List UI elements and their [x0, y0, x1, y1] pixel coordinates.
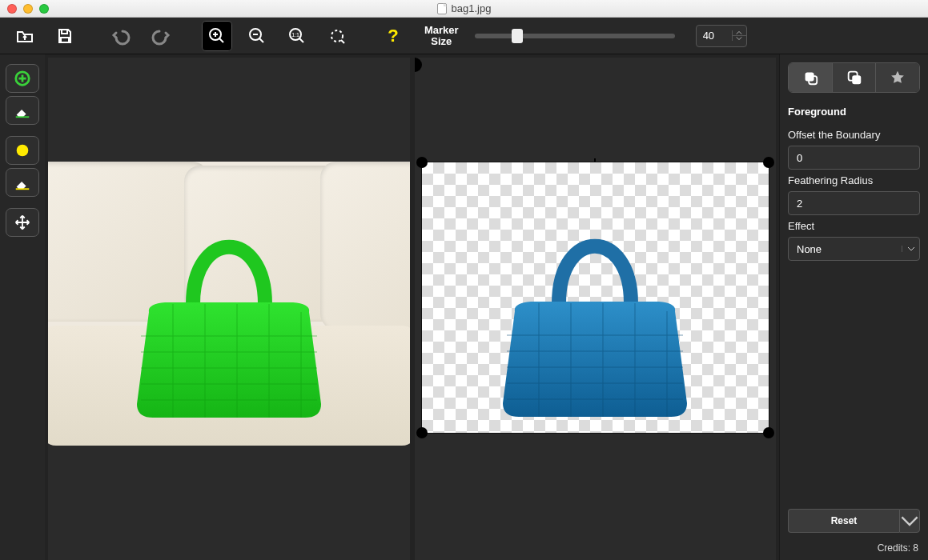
zoom-in-button[interactable]: [202, 21, 232, 51]
crop-handle-bottom-left[interactable]: [416, 427, 428, 438]
left-toolbar: [0, 54, 45, 560]
settings-panel: Foreground Offset the Boundary Featherin…: [779, 54, 928, 560]
preview-panel[interactable]: [415, 58, 777, 560]
help-button[interactable]: ?: [378, 21, 408, 51]
feather-label: Feathering Radius: [788, 174, 920, 186]
crop-handle-top-right[interactable]: [763, 157, 774, 168]
offset-label: Offset the Boundary: [788, 129, 920, 141]
feather-field: [788, 191, 920, 215]
redo-button[interactable]: [146, 21, 176, 51]
mark-background-tool[interactable]: [6, 136, 39, 165]
marker-size-input[interactable]: [697, 30, 732, 42]
marker-size-step-down[interactable]: [733, 36, 746, 41]
marker-size-label: Marker Size: [424, 25, 459, 47]
source-bag-overlay: [125, 184, 333, 424]
undo-button[interactable]: [106, 21, 136, 51]
credits-value: 8: [913, 542, 918, 554]
erase-foreground-tool[interactable]: [6, 96, 39, 125]
effect-value: None: [789, 243, 902, 255]
effect-field[interactable]: None: [788, 237, 920, 261]
svg-text:1:1: 1:1: [291, 32, 299, 38]
svg-rect-9: [16, 188, 30, 190]
zoom-actual-size-button[interactable]: 1:1: [282, 21, 312, 51]
cutout-bag: [491, 183, 699, 423]
save-file-button[interactable]: [50, 21, 80, 51]
marker-size-slider-wrap: [475, 34, 675, 38]
app-body: Foreground Offset the Boundary Featherin…: [0, 54, 928, 560]
effect-dropdown-toggle[interactable]: [902, 246, 919, 252]
svg-rect-13: [852, 75, 861, 84]
minimize-window-button[interactable]: [23, 4, 33, 14]
zoom-out-button[interactable]: [242, 21, 272, 51]
erase-background-tool[interactable]: [6, 168, 39, 197]
marker-size-spinner: [732, 30, 746, 41]
tab-favorites[interactable]: [876, 63, 919, 92]
effect-label: Effect: [788, 220, 920, 232]
credits-label: Credits:: [878, 542, 910, 554]
close-window-button[interactable]: [7, 4, 17, 14]
reset-button[interactable]: Reset: [788, 509, 899, 533]
source-panel[interactable]: [48, 58, 410, 560]
open-file-button[interactable]: [10, 21, 40, 51]
offset-field: [788, 146, 920, 170]
tab-background[interactable]: [833, 63, 877, 92]
svg-point-4: [331, 30, 343, 42]
preview-canvas[interactable]: [421, 162, 770, 434]
offset-input[interactable]: [789, 152, 928, 164]
credits-status: Credits: 8: [788, 539, 920, 560]
reset-menu-toggle[interactable]: [899, 509, 920, 533]
svg-text:?: ?: [388, 26, 398, 46]
crop-handle-top-left[interactable]: [416, 157, 428, 168]
zoom-fit-button[interactable]: [322, 21, 352, 51]
window-filename: bag1.jpg: [452, 2, 492, 14]
zoom-window-button[interactable]: [39, 4, 49, 14]
marker-size-step-up[interactable]: [733, 30, 746, 36]
marker-size-slider[interactable]: [475, 34, 675, 38]
marker-size-field: [696, 25, 747, 47]
source-canvas[interactable]: [48, 162, 410, 434]
reset-row: Reset: [788, 509, 920, 533]
workspace: [45, 54, 779, 560]
svg-rect-7: [16, 116, 30, 118]
window-titlebar: bag1.jpg: [0, 0, 928, 18]
window-title: bag1.jpg: [0, 2, 928, 14]
move-tool[interactable]: [6, 208, 39, 237]
traffic-lights: [0, 4, 49, 14]
add-foreground-tool[interactable]: [6, 64, 39, 93]
feather-input[interactable]: [789, 198, 928, 210]
section-title: Foreground: [788, 106, 920, 118]
crop-handle-bottom-right[interactable]: [763, 427, 774, 438]
tab-foreground[interactable]: [789, 63, 833, 92]
top-toolbar: 1:1 ? Marker Size: [0, 18, 928, 54]
file-icon: [437, 3, 447, 14]
svg-point-8: [17, 145, 29, 157]
panel-tabs: [788, 62, 920, 93]
crop-handle-top-extend[interactable]: [415, 58, 422, 72]
